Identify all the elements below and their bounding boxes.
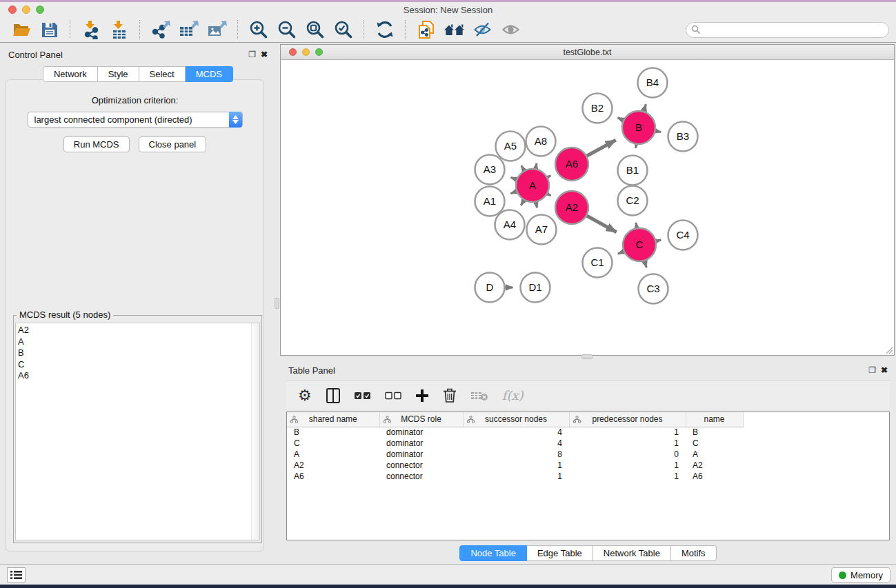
gear-icon[interactable]: ⚙: [298, 388, 312, 403]
run-mcds-button[interactable]: Run MCDS: [63, 136, 130, 152]
graph-node-A3[interactable]: A3: [475, 155, 505, 185]
result-item[interactable]: A6: [18, 370, 259, 382]
graph-node-B[interactable]: B: [622, 111, 655, 144]
table-cell[interactable]: A6: [686, 471, 743, 482]
export-network-icon[interactable]: [146, 19, 175, 41]
graph-node-A4[interactable]: A4: [495, 210, 525, 240]
delete-column-icon[interactable]: [470, 390, 488, 401]
result-item[interactable]: C: [18, 359, 259, 371]
graph-node-A2[interactable]: A2: [555, 191, 588, 224]
network-minimize-button[interactable]: [302, 48, 310, 56]
table-cell[interactable]: 4: [463, 438, 569, 449]
table-row[interactable]: A2connector11A2: [287, 460, 889, 471]
hide-eye-icon[interactable]: [468, 19, 497, 41]
table-row[interactable]: A6connector11A6: [287, 471, 889, 482]
home-icon[interactable]: [440, 19, 468, 41]
table-cell[interactable]: A: [686, 449, 743, 460]
table-cell[interactable]: connector: [379, 460, 463, 471]
table-cell[interactable]: 1: [463, 460, 569, 471]
close-window-button[interactable]: [8, 6, 17, 14]
float-panel-icon[interactable]: ❐: [248, 50, 256, 59]
result-item[interactable]: A2: [18, 325, 259, 336]
table-cell[interactable]: 1: [569, 471, 686, 482]
graph-node-A6[interactable]: A6: [555, 148, 588, 181]
table-cell[interactable]: 1: [463, 471, 569, 482]
graph-node-A7[interactable]: A7: [527, 215, 557, 245]
graph-node-A5[interactable]: A5: [496, 132, 526, 161]
mcds-result-list[interactable]: A2ABCA6: [15, 323, 260, 540]
minimize-window-button[interactable]: [22, 6, 30, 14]
graph-node-A1[interactable]: A1: [475, 187, 505, 216]
table-cell[interactable]: 0: [569, 449, 686, 460]
graph-node-B1[interactable]: B1: [618, 156, 648, 185]
result-item[interactable]: A: [18, 336, 259, 348]
graph-node-A[interactable]: A: [516, 169, 549, 202]
table-cell[interactable]: 1: [569, 427, 686, 438]
zoom-in-icon[interactable]: [244, 19, 272, 41]
graph-node-C3[interactable]: C3: [639, 274, 668, 304]
table-cell[interactable]: 1: [569, 460, 686, 471]
table-cell[interactable]: 4: [463, 427, 569, 438]
close-panel-icon[interactable]: ✖: [261, 50, 268, 59]
table-cell[interactable]: A2: [686, 460, 743, 471]
refresh-icon[interactable]: [370, 19, 399, 41]
column-header-successor-nodes[interactable]: successor nodes: [463, 412, 569, 427]
zoom-fit-icon[interactable]: [301, 19, 329, 41]
export-table-icon[interactable]: [175, 19, 203, 41]
graph-node-B4[interactable]: B4: [638, 68, 668, 98]
graph-node-B2[interactable]: B2: [583, 94, 613, 123]
result-item[interactable]: B: [18, 347, 259, 359]
graph-node-D1[interactable]: D1: [521, 273, 550, 303]
function-builder-icon[interactable]: f(x): [502, 388, 524, 403]
import-network-icon[interactable]: [77, 19, 105, 41]
deselect-all-icon[interactable]: [385, 392, 401, 400]
table-cell[interactable]: dominator: [379, 449, 463, 460]
node-table[interactable]: shared nameMCDS rolesuccessor nodesprede…: [287, 412, 889, 482]
close-table-panel-icon[interactable]: ✖: [881, 366, 888, 374]
table-cell[interactable]: 8: [463, 449, 569, 460]
table-cell[interactable]: C: [287, 438, 379, 449]
network-window-titlebar[interactable]: testGlobe.txt: [281, 45, 894, 60]
result-list-scrollbar[interactable]: [251, 323, 259, 540]
show-eye-icon[interactable]: [497, 19, 525, 41]
task-history-button[interactable]: [7, 567, 26, 582]
resize-grip-icon[interactable]: [884, 345, 893, 354]
horizontal-splitter-grip[interactable]: [581, 354, 593, 359]
table-row[interactable]: Bdominator41B: [287, 427, 889, 438]
column-header-name[interactable]: name: [686, 412, 743, 427]
tab-node-table[interactable]: Node Table: [459, 545, 527, 561]
tab-motifs[interactable]: Motifs: [671, 545, 717, 561]
save-session-icon[interactable]: [35, 19, 63, 41]
table-cell[interactable]: C: [686, 438, 743, 449]
tab-edge-table[interactable]: Edge Table: [527, 545, 593, 561]
table-row[interactable]: Cdominator41C: [287, 438, 889, 449]
import-table-icon[interactable]: [105, 19, 133, 41]
network-close-button[interactable]: [289, 48, 297, 56]
open-file-icon[interactable]: [7, 19, 35, 41]
tab-select[interactable]: Select: [139, 66, 186, 82]
column-header-MCDS-role[interactable]: MCDS role: [379, 412, 463, 427]
float-table-panel-icon[interactable]: ❐: [868, 366, 876, 374]
close-panel-button[interactable]: Close panel: [139, 136, 207, 152]
zoom-selected-icon[interactable]: [329, 19, 357, 41]
delete-row-icon[interactable]: [443, 387, 457, 403]
select-all-icon[interactable]: [355, 392, 371, 400]
table-cell[interactable]: A6: [287, 471, 379, 482]
tab-network-table[interactable]: Network Table: [593, 545, 671, 561]
table-row[interactable]: Adominator80A: [287, 449, 889, 460]
table-cell[interactable]: B: [686, 427, 743, 438]
table-cell[interactable]: 1: [569, 438, 686, 449]
main-titlebar[interactable]: Session: New Session: [0, 2, 896, 17]
table-cell[interactable]: B: [287, 427, 379, 438]
table-cell[interactable]: connector: [379, 471, 463, 482]
graph-node-C1[interactable]: C1: [583, 248, 613, 278]
tab-network[interactable]: Network: [43, 66, 98, 82]
column-header-shared-name[interactable]: shared name: [287, 412, 379, 427]
graph-node-D[interactable]: D: [475, 273, 505, 303]
memory-button[interactable]: Memory: [831, 567, 890, 582]
tab-mcds[interactable]: MCDS: [186, 66, 233, 82]
network-zoom-button[interactable]: [315, 48, 323, 56]
create-column-icon[interactable]: [415, 389, 429, 403]
tab-style[interactable]: Style: [98, 66, 139, 82]
duplicate-network-icon[interactable]: [412, 19, 440, 41]
